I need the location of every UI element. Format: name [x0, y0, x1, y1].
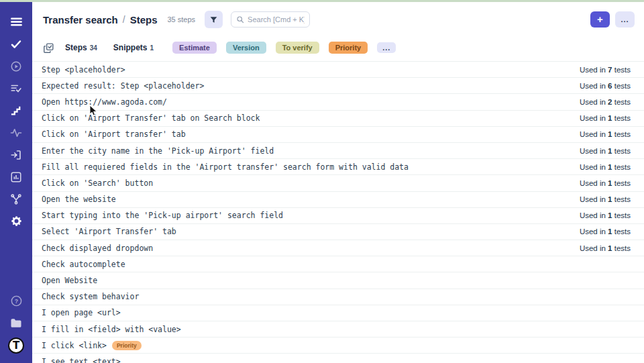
breadcrumb-separator: /	[123, 14, 125, 25]
git-branch-icon[interactable]	[0, 188, 32, 210]
step-row[interactable]: Expected result: Step <placeholder> Used…	[32, 78, 644, 94]
used-in-label: Used in 1 tests	[580, 130, 631, 138]
tab-snippets[interactable]: Snippets 1	[113, 43, 154, 52]
gear-icon[interactable]	[0, 210, 32, 232]
step-row[interactable]: Select 'Airport Transfer' tab Used in 1 …	[32, 224, 644, 240]
step-text: Open Website	[42, 276, 97, 285]
folder-icon[interactable]	[0, 312, 32, 334]
step-row[interactable]: Open the website Used in 1 tests	[32, 192, 644, 208]
filter-chip-priority[interactable]: Priority	[329, 42, 368, 54]
step-text: Check displayed dropdown	[42, 244, 153, 253]
tab-snippets-count: 1	[150, 44, 154, 52]
chips-more-button[interactable]: ...	[377, 42, 396, 53]
step-text: Fill all requiered fields in the 'Airpor…	[42, 162, 409, 172]
step-row[interactable]: Click on 'Airport Transfer' tab on Searc…	[32, 111, 644, 127]
play-circle-icon[interactable]	[0, 55, 32, 77]
search-box[interactable]	[231, 11, 310, 28]
help-icon[interactable]: ?	[0, 290, 32, 312]
step-text: Step <placeholder>	[42, 65, 125, 74]
step-text: Select 'Airport Transfer' tab	[42, 227, 176, 236]
steps-count: 35 steps	[167, 15, 195, 23]
tab-snippets-label: Snippets	[113, 43, 148, 52]
step-row[interactable]: I see text <text>	[32, 354, 644, 363]
step-text: Click on 'Airport transfer' tab	[42, 129, 186, 139]
page-load-indicator	[0, 0, 644, 2]
step-text: I fill in <field> with <value>	[42, 325, 181, 334]
step-row[interactable]: Check system behavior	[32, 289, 644, 305]
used-in-label: Used in 1 tests	[580, 179, 631, 187]
step-row[interactable]: Open Website	[32, 272, 644, 289]
step-text: Check system behavior	[42, 292, 139, 301]
used-in-label: Used in 1 tests	[580, 211, 631, 219]
main-content: Transfer search / Steps 35 steps + ... S…	[32, 2, 644, 363]
activity-icon[interactable]	[0, 121, 32, 144]
used-in-label: Used in 6 tests	[580, 82, 631, 90]
filter-chip-version[interactable]: Version	[226, 42, 266, 54]
logo[interactable]: T	[0, 334, 32, 356]
used-in-label: Used in 1 tests	[580, 163, 631, 171]
copy-check-icon[interactable]	[43, 42, 54, 54]
used-in-label: Used in 2 tests	[580, 98, 631, 106]
filter-button[interactable]	[205, 11, 223, 28]
step-row[interactable]: I open page <url>	[32, 305, 644, 321]
used-in-label: Used in 1 tests	[580, 244, 631, 252]
list-check-icon[interactable]	[0, 77, 32, 99]
tab-steps-label: Steps	[65, 43, 87, 52]
logo-letter: T	[8, 338, 24, 354]
step-row[interactable]: Check autocomplete	[32, 256, 644, 272]
sign-in-icon[interactable]	[0, 144, 32, 166]
step-row[interactable]: I click <link> Priority	[32, 338, 644, 354]
step-row[interactable]: Click on 'Search' button Used in 1 tests	[32, 175, 644, 191]
search-input[interactable]	[248, 15, 305, 23]
step-text: I open page <url>	[42, 308, 121, 317]
step-priority-badge: Priority	[112, 341, 142, 350]
step-text: Click on 'Search' button	[42, 178, 153, 188]
step-row[interactable]: Start typing into the 'Pick-up airport' …	[32, 208, 644, 224]
step-text: Expected result: Step <placeholder>	[42, 81, 204, 91]
step-text: Open https://www.agoda.com/	[42, 97, 167, 107]
steps-list: Step <placeholder> Used in 7 tests Expec…	[32, 61, 644, 363]
used-in-label: Used in 7 tests	[580, 66, 631, 74]
breadcrumb-current: Steps	[130, 14, 158, 25]
bar-chart-icon[interactable]	[0, 166, 32, 188]
step-text: Start typing into the 'Pick-up airport' …	[42, 211, 283, 220]
search-icon	[236, 15, 244, 23]
filter-funnel-icon	[209, 15, 218, 24]
step-row[interactable]: I fill in <field> with <value>	[32, 321, 644, 338]
step-row[interactable]: Fill all requiered fields in the 'Airpor…	[32, 159, 644, 175]
check-icon[interactable]	[0, 33, 32, 55]
step-row[interactable]: Click on 'Airport transfer' tab Used in …	[32, 127, 644, 143]
tab-steps-count: 34	[90, 44, 97, 52]
step-text: Check autocomplete	[42, 260, 125, 269]
step-text: Enter the city name in the 'Pick-up Airp…	[42, 146, 274, 156]
toolbar: Steps 34 Snippets 1 Estimate Version To …	[32, 40, 644, 55]
used-in-label: Used in 1 tests	[580, 195, 631, 203]
page-header: Transfer search / Steps 35 steps + ...	[32, 2, 644, 29]
step-text: Click on 'Airport Transfer' tab on Searc…	[42, 113, 260, 123]
breadcrumb-parent[interactable]: Transfer search	[43, 14, 118, 25]
header-more-button[interactable]: ...	[615, 11, 635, 28]
filter-chip-estimate[interactable]: Estimate	[172, 42, 217, 54]
used-in-label: Used in 1 tests	[580, 147, 631, 155]
step-text: I see text <text>	[42, 357, 121, 363]
steps-stairs-icon[interactable]	[0, 99, 32, 121]
tab-steps[interactable]: Steps 34	[65, 43, 97, 52]
step-text: Open the website	[42, 195, 116, 204]
step-row[interactable]: Step <placeholder> Used in 7 tests	[32, 62, 644, 78]
add-button[interactable]: +	[590, 11, 610, 28]
svg-text:?: ?	[14, 298, 17, 305]
step-text: I click <link>	[42, 341, 107, 350]
filter-chip-to-verify[interactable]: To verify	[276, 42, 319, 54]
used-in-label: Used in 1 tests	[580, 227, 631, 236]
used-in-label: Used in 1 tests	[580, 114, 631, 122]
step-row[interactable]: Check displayed dropdown Used in 1 tests	[32, 240, 644, 256]
step-row[interactable]: Enter the city name in the 'Pick-up Airp…	[32, 143, 644, 159]
sidebar: ? T	[0, 0, 32, 363]
menu-icon[interactable]	[0, 11, 32, 33]
step-row[interactable]: Open https://www.agoda.com/ Used in 2 te…	[32, 94, 644, 110]
